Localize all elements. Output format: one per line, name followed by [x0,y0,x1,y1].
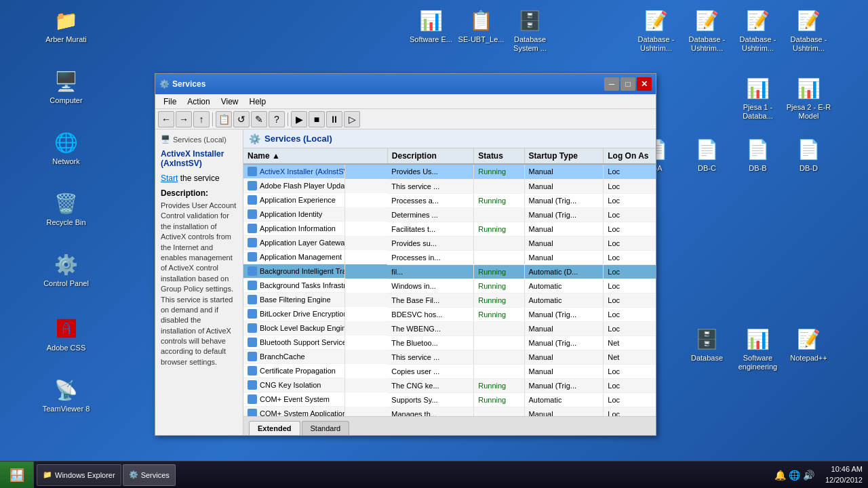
col-status[interactable]: Status [474,148,524,164]
desktop-icon-pjesa2[interactable]: 📊 Pjesa 2 - E-R Model [783,75,834,121]
desktop-icon-controlpanel[interactable]: ⚙️ Control Panel [41,251,92,288]
col-name[interactable]: Name ▲ [243,148,387,164]
toolbar: ← → ↑ 📋 ↺ ✎ ? ▶ ■ ⏸ ▷ [155,109,656,129]
properties-button[interactable]: ✎ [251,111,267,127]
table-row[interactable]: Certificate PropagationCopies user ...Ma… [243,364,656,378]
service-name: Application Experience [260,196,336,204]
close-button[interactable]: ✕ [637,77,652,91]
menu-view[interactable]: View [216,96,244,108]
toolbar-separator-1 [212,113,213,126]
forward-button[interactable]: → [176,111,192,127]
table-row[interactable]: Application InformationFacilitates t...R… [243,222,656,236]
title-bar-buttons: ─ □ ✕ [604,77,652,91]
service-description: BDESVC hos... [387,307,473,321]
word-icon: 📝 [643,7,670,34]
tab-extended[interactable]: Extended [249,421,300,435]
app-icon: 📊 [745,325,772,352]
col-logon[interactable]: Log On As [604,148,656,164]
table-row[interactable]: Base Filtering EngineThe Base Fil...Runn… [243,293,656,307]
col-startup[interactable]: Startup Type [524,148,604,164]
desktop-icon-software-e[interactable]: 📊 Software E... [406,7,456,44]
desktop-icon-label: DB-D [783,164,834,173]
table-row[interactable]: Adobe Flash Player Update ...This servic… [243,179,656,193]
table-row[interactable]: CNG Key IsolationThe CNG ke...RunningMan… [243,378,656,392]
word-icon: 📝 [795,7,823,34]
service-startup: Manual [524,407,604,416]
database-folder-icon: 🗄️ [694,325,721,352]
left-panel-nav[interactable]: 🖥️ Services (Local) [161,135,237,144]
services-taskbar-icon: ⚙️ [129,470,138,479]
desktop-icon-database-folder[interactable]: 🗄️ Database [682,325,732,363]
service-logon: Loc [604,307,656,321]
desktop-icon-notepadpp[interactable]: 📝 Notepad++ [783,325,834,363]
desktop-icon-recycle[interactable]: 🗑️ Recycle Bin [41,190,92,227]
desktop-icon-dbb[interactable]: 📄 DB-B [732,136,783,173]
service-icon [248,394,257,404]
taskbar-explorer[interactable]: 📁 Windows Explorer [37,464,121,486]
play-button[interactable]: ▶ [291,111,307,127]
stop-button[interactable]: ■ [309,111,325,127]
folder-icon: 📁 [53,7,80,34]
table-row[interactable]: Background Intelligent Transfer Servicef… [243,264,656,279]
restart-button[interactable]: ▷ [344,111,360,127]
table-row[interactable]: COM+ System ApplicationManages th...Manu… [243,407,656,416]
service-status [474,236,524,250]
desktop-icon-sw-eng[interactable]: 📊 Software engineering [732,325,783,371]
service-startup: Manual [524,164,604,179]
desktop-icon-label: Pjesa 1 - Databa... [732,103,783,121]
desktop-icon-teamviewer[interactable]: 📡 TeamViewer 8 [41,376,92,413]
col-description[interactable]: Description [387,148,473,164]
desktop-icon-arber[interactable]: 📁 Arber Murati [41,7,92,44]
app-icon: 📊 [418,7,445,34]
desktop-icon-db4[interactable]: 📝 Database - Ushtrim... [783,7,834,53]
desktop-icon-dbd[interactable]: 📄 DB-D [783,136,834,173]
table-row[interactable]: Application Layer Gateway ...Provides su… [243,236,656,250]
desktop-icon-network[interactable]: 🌐 Network [41,129,92,166]
desktop-icon-db2[interactable]: 📝 Database - Ushtrim... [682,7,732,53]
refresh-button[interactable]: ↺ [233,111,250,127]
start-service-link[interactable]: Start [161,174,178,183]
up-button[interactable]: ↑ [193,111,210,127]
service-logon: Loc [604,179,656,193]
desktop-icon-se-ubt[interactable]: 📋 SE-UBT_Le... [456,7,507,44]
tab-standard[interactable]: Standard [302,421,350,435]
control-panel-icon: ⚙️ [53,251,80,278]
services-table-container[interactable]: Name ▲ Description Status Startup Type L… [243,148,656,416]
table-row[interactable]: Bluetooth Support ServiceThe Bluetoo...M… [243,336,656,350]
menu-action[interactable]: Action [182,96,215,108]
desktop-icon-db-system[interactable]: 🗄️ Database System ... [505,7,555,53]
help-button[interactable]: ? [269,111,285,127]
desktop-icon-db1[interactable]: 📝 Database - Ushtrim... [631,7,682,53]
service-status [474,179,524,193]
table-row[interactable]: BitLocker Drive Encryption ...BDESVC hos… [243,307,656,321]
desktop-icon-dbc[interactable]: 📄 DB-C [682,136,732,173]
service-description: Provides su... [387,236,473,250]
table-row[interactable]: Application ExperienceProcesses a...Runn… [243,193,656,207]
table-row[interactable]: Application IdentityDetermines ...Manual… [243,207,656,222]
desktop-icon-adobe[interactable]: 🅰 Adobe CSS [41,315,92,352]
table-row[interactable]: Background Tasks Infrastru...Windows in.… [243,279,656,293]
desktop-icon-pjesa1[interactable]: 📊 Pjesa 1 - Databa... [732,75,783,121]
table-row[interactable]: COM+ Event SystemSupports Sy...RunningAu… [243,392,656,407]
service-icon [248,295,257,304]
table-row[interactable]: Application ManagementProcesses in...Man… [243,250,656,264]
service-startup: Automatic [524,293,604,307]
desktop-icon-label: Database - Ushtrim... [682,35,732,53]
service-startup: Manual [524,250,604,264]
service-icon [248,266,257,276]
desktop-icon-computer[interactable]: 🖥️ Computer [41,68,92,105]
minimize-button[interactable]: ─ [604,77,619,91]
taskbar-services[interactable]: ⚙️ Services [123,464,176,486]
copy-button[interactable]: 📋 [216,111,232,127]
table-row[interactable]: Block Level Backup Engine ...The WBENG..… [243,321,656,336]
maximize-button[interactable]: □ [620,77,635,91]
table-row[interactable]: BranchCacheThis service ...ManualNet [243,350,656,364]
adobe-icon: 🅰 [53,315,80,342]
start-button[interactable]: 🪟 [0,462,34,488]
menu-file[interactable]: File [158,96,182,108]
pause-button[interactable]: ⏸ [326,111,342,127]
menu-help[interactable]: Help [244,96,272,108]
table-row[interactable]: ActiveX Installer (AxInstSV)Provides Us.… [243,164,656,179]
back-button[interactable]: ← [158,111,174,127]
desktop-icon-db3[interactable]: 📝 Database - Ushtrim... [732,7,783,53]
